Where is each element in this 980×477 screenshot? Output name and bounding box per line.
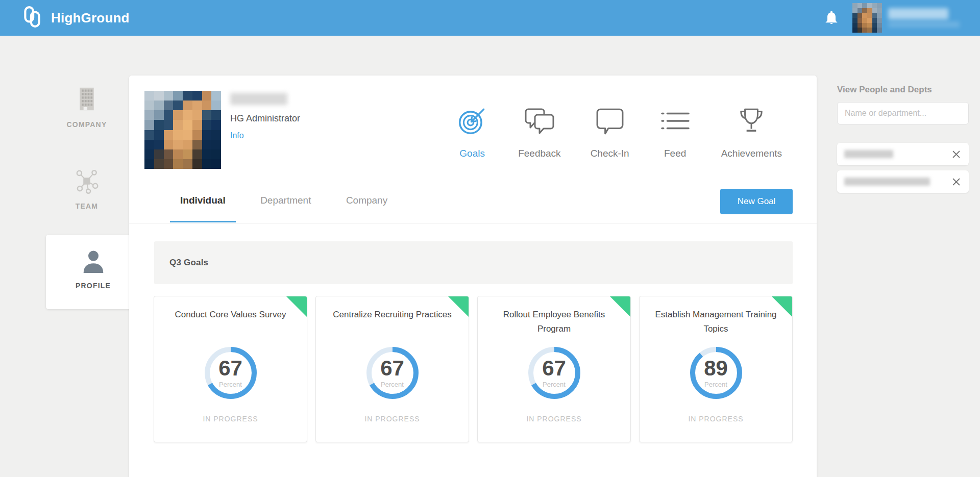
nav-label-feed: Feed [664,148,686,159]
nav-item-feed[interactable]: Feed [659,105,692,159]
goal-complete-flag-icon [772,296,792,317]
goal-percent-value: 67 [218,358,242,379]
sidebar-label-profile: PROFILE [46,282,140,290]
nav-label-goals: Goals [459,148,485,159]
people-search-input[interactable] [837,102,969,124]
chat-bubble-icon [595,105,625,137]
profile-main-card: HG Administrator Info Goals [129,76,817,477]
notifications-bell-icon[interactable] [824,10,839,26]
goal-progress-ring: 89 Percent [688,344,745,401]
goal-percent-label: Percent [543,381,566,388]
goal-percent-label: Percent [219,381,242,388]
goal-complete-flag-icon [448,296,469,317]
info-link[interactable]: Info [230,131,244,140]
goal-card[interactable]: Conduct Core Values Survey 67 Percent IN… [154,296,307,442]
profile-header: HG Administrator Info Goals [129,76,817,191]
tab-individual[interactable]: Individual [170,195,236,222]
sidebar-item-company[interactable]: COMPANY [45,86,129,129]
sidebar-label-company: COMPANY [45,120,129,129]
user-subtext-redacted [888,21,960,28]
tab-department[interactable]: Department [250,195,321,221]
goals-scope-tabs: Individual Department Company New Goal [129,178,817,223]
new-goal-button[interactable]: New Goal [720,189,793,214]
nav-item-achievements[interactable]: Achievements [721,105,782,159]
people-depts-panel: View People and Depts [837,85,969,193]
goal-title: Rollout Employee Benefits Program [478,308,630,337]
brand-logo[interactable]: HighGround [20,5,130,31]
app-window: HighGround [0,0,980,477]
nav-item-feedback[interactable]: Feedback [518,105,560,159]
person-name-redacted [844,150,893,158]
remove-person-icon[interactable] [950,148,962,160]
user-avatar [852,3,882,33]
goal-percent-value: 89 [704,358,728,379]
goal-progress-ring: 67 Percent [526,344,583,401]
brand-name: HighGround [51,10,130,26]
goal-card[interactable]: Centralize Recruiting Practices 67 Perce… [315,296,469,442]
goal-percent-label: Percent [381,381,404,388]
goal-percent-value: 67 [380,358,404,379]
goals-section-title: Q3 Goals [169,258,208,268]
people-depts-title: View People and Depts [837,85,969,95]
goal-status-badge: IN PROGRESS [526,415,581,423]
profile-photo [144,91,221,169]
goal-cards-row: Conduct Core Values Survey 67 Percent IN… [154,296,793,442]
person-name-redacted [844,178,930,186]
remove-person-icon[interactable] [950,176,962,187]
goal-card[interactable]: Rollout Employee Benefits Program 67 Per… [477,296,631,442]
selected-person-chip[interactable] [837,143,969,165]
selected-person-chip[interactable] [837,170,969,193]
goal-status-badge: IN PROGRESS [203,415,258,423]
goal-title: Centralize Recruiting Practices [318,308,465,337]
goal-percent-value: 67 [542,358,566,379]
goal-complete-flag-icon [610,296,630,317]
top-navbar: HighGround [0,0,980,36]
highground-logo-icon [20,5,44,31]
goal-status-badge: IN PROGRESS [688,415,743,423]
goal-title: Conduct Core Values Survey [161,308,301,337]
goal-title: Establish Management Training Topics [640,308,792,337]
network-icon [74,187,100,195]
profile-name-redacted [230,93,287,105]
sidebar-label-team: TEAM [45,202,129,210]
building-icon [77,105,96,114]
tab-company[interactable]: Company [336,195,398,221]
sidebar-item-team[interactable]: TEAM [45,168,129,210]
goal-percent-label: Percent [704,381,727,388]
nav-item-checkin[interactable]: Check-In [591,105,629,159]
sidebar-item-profile[interactable]: PROFILE [46,235,140,309]
goal-progress-ring: 67 Percent [364,344,421,401]
profile-role: HG Administrator [230,113,300,124]
nav-item-goals[interactable]: Goals [456,105,488,159]
target-icon [457,105,487,137]
goal-progress-ring: 67 Percent [202,344,259,401]
nav-label-feedback: Feedback [518,148,560,159]
goal-status-badge: IN PROGRESS [364,415,420,423]
list-icon [661,105,690,137]
goals-section-header: Q3 Goals [154,241,793,284]
user-menu[interactable] [852,3,960,33]
chat-double-icon [524,105,555,137]
user-name-redacted [888,8,948,19]
nav-label-achievements: Achievements [721,148,782,159]
goal-complete-flag-icon [286,296,307,317]
trophy-icon [738,105,765,137]
goal-card[interactable]: Establish Management Training Topics 89 … [639,296,793,442]
person-icon [82,266,105,275]
nav-label-checkin: Check-In [591,148,629,159]
